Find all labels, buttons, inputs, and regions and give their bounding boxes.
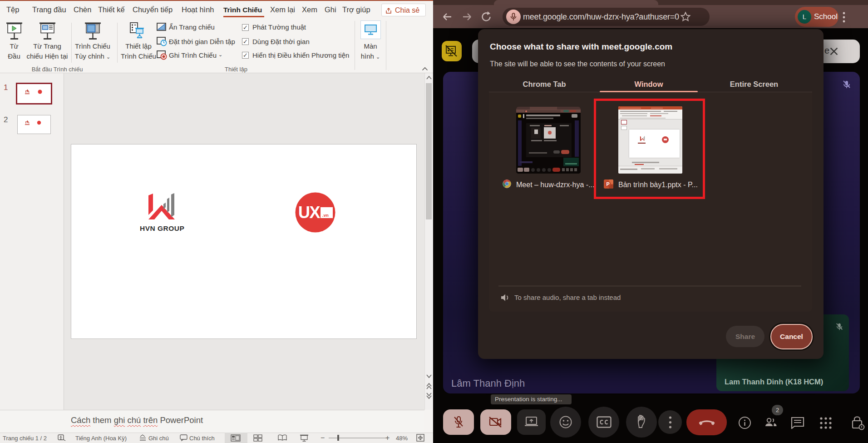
svg-text:HVN GROUP: HVN GROUP [140, 224, 184, 232]
svg-text:UX: UX [298, 203, 320, 222]
svg-text:.vn: .vn [322, 213, 329, 218]
